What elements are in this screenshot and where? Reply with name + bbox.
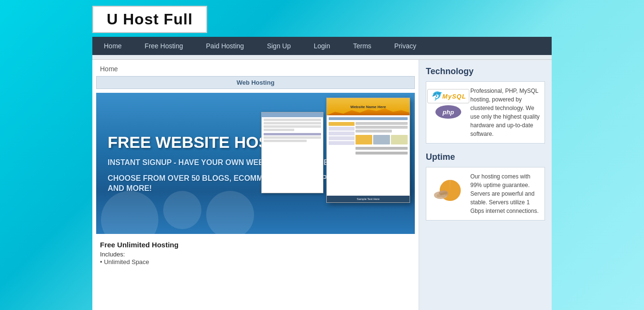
mockup-cell-3: [329, 132, 355, 135]
mockup-cols: [329, 122, 408, 155]
mockup-col-right: [355, 122, 408, 155]
mockup-row-6: [355, 152, 408, 155]
mockup-col-left: [329, 122, 355, 155]
mockup-header-text: Website Name Here: [350, 105, 386, 109]
sidebar-technology-title: Technology: [426, 66, 545, 77]
below-fold: Free Unlimited Hosting Includes: • Unlim…: [92, 234, 419, 266]
sidebar-technology-card: 🐬 MySQL php Professional, PHP, MySQL hos…: [426, 81, 545, 144]
mockup-back-row-3: [264, 125, 321, 128]
section-tab[interactable]: Web Hosting: [96, 76, 415, 89]
mockup-back-row-2: [264, 122, 321, 124]
divider: [92, 55, 552, 60]
php-text: php: [443, 109, 454, 116]
sidebar-technology-icons: 🐬 MySQL php: [431, 87, 466, 121]
mockup-inner-col-1: [355, 135, 372, 144]
mockup-front: Website Name Here: [326, 98, 410, 203]
main-content: Home Web Hosting FREE WEBSITE HOSTING! I…: [92, 60, 419, 310]
mockup-footer-bar: Sample Text Here: [327, 196, 410, 202]
sidebar-technology-section: Technology 🐬 MySQL php: [426, 66, 545, 144]
mockup-inner-cols: [355, 135, 408, 144]
nav-item-terms[interactable]: Terms: [342, 37, 383, 55]
mysql-text: MySQL: [443, 93, 466, 100]
breadcrumb: Home: [100, 65, 118, 73]
sidebar-uptime-text: Our hosting comes with 99% uptime guaran…: [470, 172, 540, 215]
nav-item-privacy[interactable]: Privacy: [383, 37, 428, 55]
sidebar-uptime-section: Uptime: [426, 152, 545, 221]
mockup-cell-2: [329, 127, 355, 131]
mockup-row-1: [329, 117, 408, 120]
breadcrumb-area: Home: [92, 60, 419, 76]
nav-item-login[interactable]: Login: [302, 37, 342, 55]
sidebar-uptime-title: Uptime: [426, 152, 545, 162]
sidebar: Technology 🐬 MySQL php: [419, 60, 552, 310]
mockup-back-row-1: [264, 119, 321, 121]
site-logo[interactable]: U Host Full: [92, 6, 207, 33]
php-logo: php: [435, 105, 461, 119]
mockup-back-row-4: [264, 129, 294, 131]
hero-circle-3: [206, 191, 254, 234]
mockup-inner-col-2: [373, 135, 390, 144]
hero-circles: [101, 191, 254, 234]
hero-mockups: Website Name Here: [261, 98, 410, 203]
mockup-row-4: [355, 130, 392, 133]
mockup-header: Website Name Here: [327, 98, 410, 115]
nav-item-home[interactable]: Home: [92, 37, 133, 55]
nav-item-sign-up[interactable]: Sign Up: [255, 37, 302, 55]
mockup-back-row-5: [264, 133, 321, 135]
mockup-back-row-6: [264, 136, 321, 139]
bullet-item-1: • Unlimited Space: [100, 258, 411, 266]
mockup-cell-5: [329, 141, 355, 145]
main-area: Home Web Hosting FREE WEBSITE HOSTING! I…: [92, 55, 552, 310]
mockup-row-5: [355, 147, 408, 150]
hero-circle-1: [101, 191, 158, 234]
mockup-back-nav: [262, 112, 323, 117]
nav-bar: Home Free Hosting Paid Hosting Sign Up L…: [92, 37, 552, 55]
bullet-text-1: Unlimited Space: [104, 258, 149, 266]
nav-item-paid-hosting[interactable]: Paid Hosting: [195, 37, 255, 55]
bullet-marker: •: [100, 258, 104, 266]
hero-banner: FREE WEBSITE HOSTING! INSTANT SIGNUP - H…: [96, 93, 415, 234]
sidebar-uptime-card: Our hosting comes with 99% uptime guaran…: [426, 167, 545, 221]
mockup-body: [327, 115, 410, 156]
mockup-inner-col-3: [391, 135, 408, 144]
mockup-footer-text: Sample Text Here: [327, 196, 410, 202]
mockup-row-3: [355, 126, 408, 129]
uptime-pie-icon: [431, 172, 466, 207]
mysql-logo: 🐬 MySQL: [427, 89, 470, 103]
sidebar-uptime-icon-box: [431, 172, 466, 207]
sidebar-technology-text: Professional, PHP, MySQL hosting, powere…: [470, 87, 540, 138]
nav-item-free-hosting[interactable]: Free Hosting: [133, 37, 194, 55]
below-subtitle: Includes:: [100, 251, 411, 258]
hero-circle-2: [163, 191, 201, 229]
content-row: Home Web Hosting FREE WEBSITE HOSTING! I…: [92, 60, 552, 310]
mockup-cell-1: [329, 122, 355, 126]
below-title: Free Unlimited Hosting: [100, 241, 411, 249]
mockup-row-2: [355, 122, 408, 125]
mockup-back-row-7: [264, 140, 307, 142]
mockup-back: [261, 112, 323, 193]
mysql-dolphin-icon: 🐬: [431, 91, 442, 101]
logo-area: U Host Full: [92, 0, 552, 37]
mockup-cell-4: [329, 136, 355, 140]
